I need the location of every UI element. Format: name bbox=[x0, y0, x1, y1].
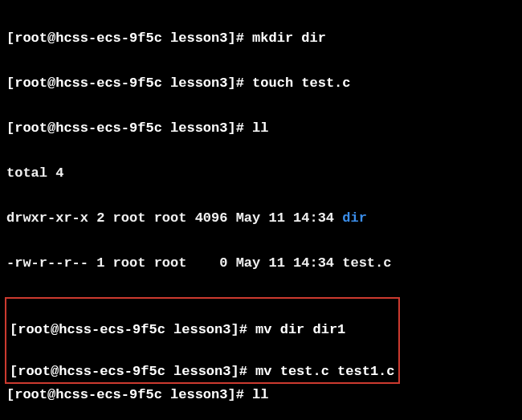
ll1-row1: drwxr-xr-x 2 root root 4096 May 11 14:34… bbox=[5, 207, 519, 230]
line-ll1: [root@hcss-ecs-9f5c lesson3]# ll bbox=[5, 117, 519, 140]
line-ll2: [root@hcss-ecs-9f5c lesson3]# ll bbox=[5, 384, 519, 406]
line-touch: [root@hcss-ecs-9f5c lesson3]# touch test… bbox=[5, 72, 519, 95]
line-mv1: [root@hcss-ecs-9f5c lesson3]# mv dir dir… bbox=[8, 320, 397, 340]
cmd-mv1: mv dir dir1 bbox=[255, 322, 345, 337]
prompt-close: ]# bbox=[227, 31, 243, 46]
line-mv2: [root@hcss-ecs-9f5c lesson3]# mv test.c … bbox=[8, 361, 397, 382]
highlight-box-red: [root@hcss-ecs-9f5c lesson3]# mv dir dir… bbox=[5, 297, 400, 384]
cmd-ll1: ll bbox=[252, 120, 268, 136]
cmd-mkdir: mkdir dir bbox=[252, 31, 326, 46]
cmd-ll2: ll bbox=[252, 387, 268, 402]
prompt-cwd: lesson3 bbox=[170, 31, 227, 46]
ll1-total: total 4 bbox=[5, 162, 519, 185]
prompt-open: [ bbox=[6, 31, 14, 46]
dir-entry: dir bbox=[342, 210, 367, 226]
line-mkdir: [root@hcss-ecs-9f5c lesson3]# mkdir dir bbox=[5, 27, 519, 50]
user-host: root@hcss-ecs-9f5c bbox=[14, 31, 162, 46]
cmd-mv2: mv test.c test1.c bbox=[255, 364, 394, 379]
cmd-touch: touch test.c bbox=[252, 75, 350, 91]
terminal[interactable]: [root@hcss-ecs-9f5c lesson3]# mkdir dir … bbox=[0, 0, 522, 420]
ll1-row2: -rw-r--r-- 1 root root 0 May 11 14:34 te… bbox=[5, 252, 519, 275]
